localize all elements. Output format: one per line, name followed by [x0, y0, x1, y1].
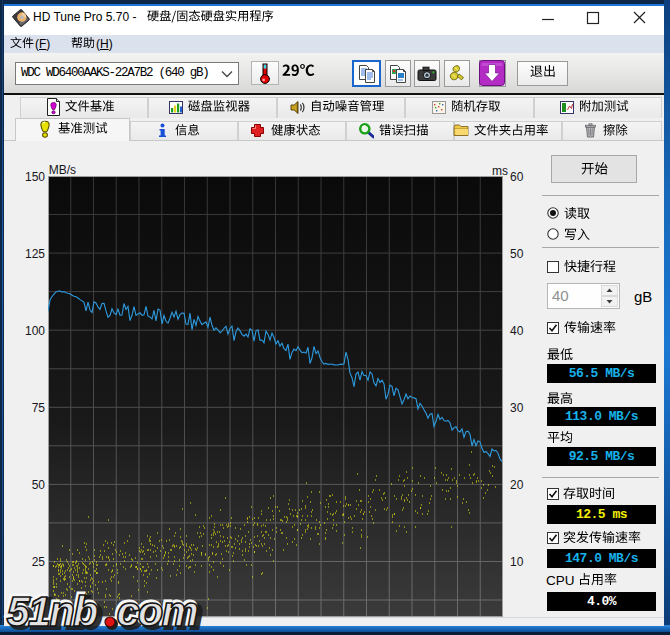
- svg-text:com: com: [117, 588, 198, 634]
- svg-text:51nb: 51nb: [7, 588, 98, 634]
